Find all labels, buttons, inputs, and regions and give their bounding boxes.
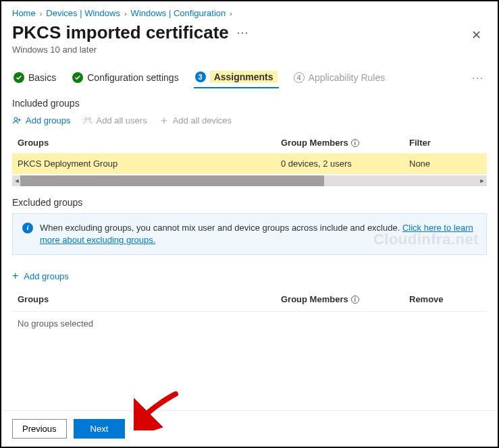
add-all-devices-button[interactable]: Add all devices [159, 115, 232, 125]
step-number-badge: 3 [195, 72, 206, 82]
tab-assignments[interactable]: 3 Assignments [194, 67, 279, 88]
tab-label: Configuration settings [87, 72, 178, 83]
button-label: Add all users [97, 115, 147, 125]
svg-point-2 [88, 117, 90, 120]
tabs-more-button[interactable]: ··· [472, 72, 487, 83]
add-all-users-button[interactable]: Add all users [83, 115, 147, 125]
add-groups-button[interactable]: Add groups [12, 115, 71, 125]
breadcrumb-devices[interactable]: Devices | Windows [46, 8, 120, 18]
info-banner: i When excluding groups, you cannot mix … [12, 213, 487, 255]
info-icon[interactable]: i [351, 139, 359, 147]
check-circle-icon [72, 72, 83, 83]
horizontal-scrollbar[interactable]: ◄ ► [12, 175, 487, 186]
excluded-groups-heading: Excluded groups [12, 197, 487, 208]
group-filter-cell: None [409, 159, 481, 169]
chevron-right-icon: › [124, 9, 127, 18]
group-members-cell: 0 devices, 2 users [281, 159, 409, 169]
column-header-groups: Groups [18, 294, 281, 304]
chevron-right-icon: › [40, 9, 43, 18]
tab-label: Assignments [210, 71, 278, 83]
no-groups-text: No groups selected [12, 312, 487, 335]
chevron-right-icon: › [230, 9, 232, 18]
next-button[interactable]: Next [74, 419, 126, 439]
table-row[interactable]: PKCS Deployment Group 0 devices, 2 users… [12, 153, 487, 174]
included-groups-table: Groups Group Membersi Filter PKCS Deploy… [12, 135, 487, 186]
button-label: Add groups [24, 271, 69, 281]
svg-point-1 [84, 117, 87, 120]
tab-label: Basics [28, 72, 56, 83]
info-text: When excluding groups, you cannot mix us… [40, 223, 402, 233]
scroll-right-icon[interactable]: ► [477, 175, 487, 186]
add-excluded-groups-button[interactable]: + Add groups [12, 270, 487, 282]
info-icon[interactable]: i [351, 296, 359, 304]
wizard-footer: Previous Next [1, 410, 498, 447]
tab-configuration-settings[interactable]: Configuration settings [71, 68, 180, 87]
tab-label: Applicability Rules [309, 72, 386, 83]
scrollbar-thumb[interactable] [20, 175, 324, 186]
info-icon: i [22, 223, 33, 233]
svg-point-0 [14, 117, 17, 120]
included-toolbar: Add groups Add all users Add all devices [12, 115, 487, 125]
breadcrumb: Home › Devices | Windows › Windows | Con… [12, 7, 487, 22]
column-header-filter: Filter [409, 138, 481, 148]
group-name-cell: PKCS Deployment Group [18, 159, 281, 169]
tab-basics[interactable]: Basics [12, 68, 57, 87]
included-groups-heading: Included groups [12, 98, 487, 109]
button-label: Add all devices [173, 115, 232, 125]
column-header-members: Group Members [281, 294, 348, 304]
users-icon [83, 116, 93, 125]
check-circle-icon [14, 72, 24, 83]
plus-icon: + [12, 270, 18, 282]
breadcrumb-home[interactable]: Home [12, 8, 36, 18]
wizard-tabs: Basics Configuration settings 3 Assignme… [12, 67, 487, 88]
button-label: Add groups [26, 115, 71, 125]
step-number-badge: 4 [294, 72, 305, 83]
breadcrumb-windows-config[interactable]: Windows | Configuration [131, 8, 226, 18]
add-user-icon [12, 116, 22, 125]
page-title: PKCS imported certificate [12, 22, 229, 43]
column-header-groups: Groups [18, 138, 281, 148]
tab-applicability-rules[interactable]: 4 Applicability Rules [292, 68, 387, 87]
more-options-button[interactable]: ··· [236, 26, 248, 39]
page-subtitle: Windows 10 and later [12, 45, 248, 55]
column-header-remove: Remove [409, 294, 481, 304]
close-button[interactable]: ✕ [466, 22, 487, 48]
previous-button[interactable]: Previous [12, 419, 67, 439]
plus-icon [159, 116, 169, 125]
column-header-members: Group Members [281, 138, 348, 148]
